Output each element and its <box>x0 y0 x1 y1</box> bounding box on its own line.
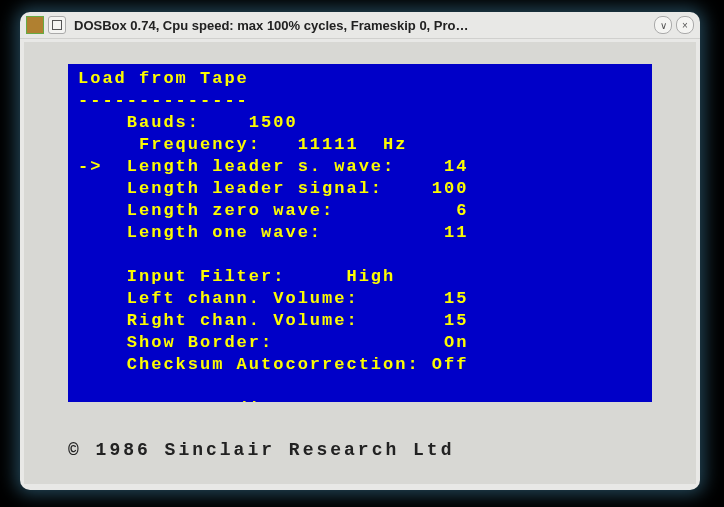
menu-screen[interactable]: Load from Tape -------------- Bauds: 150… <box>68 64 652 402</box>
window-chrome: DOSBox 0.74, Cpu speed: max 100% cycles,… <box>20 12 700 490</box>
titlebar: DOSBox 0.74, Cpu speed: max 100% cycles,… <box>20 12 700 39</box>
window-title: DOSBox 0.74, Cpu speed: max 100% cycles,… <box>74 18 650 33</box>
emulator-frame: Load from Tape -------------- Bauds: 150… <box>24 42 696 484</box>
close-button[interactable]: × <box>676 16 694 34</box>
restore-icon[interactable] <box>48 16 66 34</box>
app-icon <box>26 16 44 34</box>
minimize-button[interactable]: ∨ <box>654 16 672 34</box>
copyright-text: © 1986 Sinclair Research Ltd <box>68 440 652 460</box>
